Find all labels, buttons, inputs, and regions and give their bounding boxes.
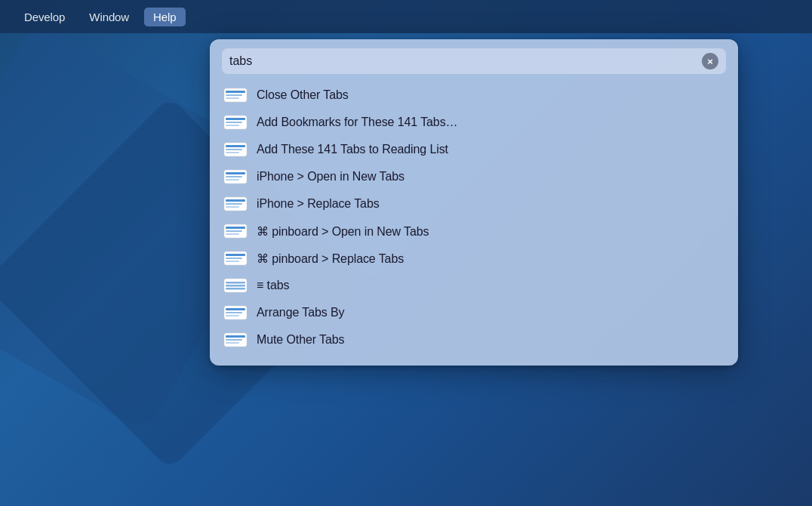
svg-rect-22 bbox=[226, 230, 242, 232]
svg-rect-34 bbox=[226, 312, 242, 313]
menubar: Develop Window Help bbox=[0, 0, 812, 33]
menu-help[interactable]: Help bbox=[144, 8, 185, 26]
result-label-4: iPhone > Replace Tabs bbox=[257, 197, 380, 211]
svg-rect-11 bbox=[226, 152, 239, 153]
svg-rect-21 bbox=[226, 227, 245, 229]
menu-icon-1 bbox=[223, 115, 248, 130]
svg-rect-27 bbox=[226, 261, 239, 262]
results-list: Close Other Tabs Add Bookmarks for These… bbox=[210, 82, 738, 353]
result-label-7: ≡ tabs bbox=[257, 279, 289, 292]
svg-rect-5 bbox=[226, 118, 245, 120]
svg-rect-30 bbox=[226, 285, 245, 287]
svg-rect-19 bbox=[226, 206, 239, 208]
menu-icon-2 bbox=[223, 142, 248, 157]
result-mute-other-tabs[interactable]: Mute Other Tabs bbox=[210, 326, 738, 353]
menu-icon-0 bbox=[223, 88, 248, 103]
svg-rect-3 bbox=[226, 97, 239, 99]
svg-rect-23 bbox=[226, 233, 239, 235]
result-label-5: ⌘ pinboard > Open in New Tabs bbox=[257, 224, 429, 239]
result-label-0: Close Other Tabs bbox=[257, 88, 349, 102]
svg-rect-25 bbox=[226, 254, 245, 256]
svg-rect-38 bbox=[226, 339, 242, 341]
help-dropdown: × Close Other Tabs bbox=[210, 39, 738, 366]
menu-icon-8 bbox=[223, 305, 248, 320]
svg-rect-18 bbox=[226, 203, 242, 205]
svg-rect-2 bbox=[226, 94, 242, 96]
svg-rect-39 bbox=[226, 342, 239, 344]
result-pinboard-open-new-tabs[interactable]: ⌘ pinboard > Open in New Tabs bbox=[210, 218, 738, 245]
svg-rect-33 bbox=[226, 308, 245, 310]
result-iphone-replace-tabs[interactable]: iPhone > Replace Tabs bbox=[210, 190, 738, 218]
result-tabs-menu[interactable]: ≡ tabs bbox=[210, 272, 738, 299]
result-label-9: Mute Other Tabs bbox=[257, 333, 344, 347]
svg-rect-17 bbox=[226, 199, 245, 202]
result-label-2: Add These 141 Tabs to Reading List bbox=[257, 143, 448, 156]
svg-rect-37 bbox=[226, 335, 245, 338]
svg-rect-14 bbox=[226, 176, 242, 177]
result-label-3: iPhone > Open in New Tabs bbox=[257, 170, 404, 184]
menu-icon-5 bbox=[223, 224, 248, 239]
result-arrange-tabs-by[interactable]: Arrange Tabs By bbox=[210, 299, 738, 326]
svg-rect-6 bbox=[226, 122, 242, 123]
result-close-other-tabs[interactable]: Close Other Tabs bbox=[210, 82, 738, 109]
svg-rect-26 bbox=[226, 258, 242, 259]
menu-icon-6 bbox=[223, 251, 248, 266]
result-label-8: Arrange Tabs By bbox=[257, 306, 345, 319]
clear-search-button[interactable]: × bbox=[702, 53, 718, 69]
menu-icon-7 bbox=[223, 278, 248, 293]
result-add-bookmarks-tabs[interactable]: Add Bookmarks for These 141 Tabs… bbox=[210, 109, 738, 136]
result-label-6: ⌘ pinboard > Replace Tabs bbox=[257, 251, 404, 266]
svg-rect-1 bbox=[226, 91, 245, 93]
svg-rect-15 bbox=[226, 179, 239, 180]
menu-icon-9 bbox=[223, 332, 248, 347]
svg-rect-35 bbox=[226, 315, 239, 316]
result-iphone-open-new-tabs[interactable]: iPhone > Open in New Tabs bbox=[210, 163, 738, 190]
search-row: × bbox=[222, 48, 726, 74]
svg-rect-13 bbox=[226, 172, 245, 174]
svg-rect-7 bbox=[226, 125, 239, 126]
menu-window[interactable]: Window bbox=[80, 8, 138, 26]
result-pinboard-replace-tabs[interactable]: ⌘ pinboard > Replace Tabs bbox=[210, 245, 738, 272]
menu-develop[interactable]: Develop bbox=[15, 8, 74, 26]
svg-rect-10 bbox=[226, 149, 242, 150]
menu-icon-3 bbox=[223, 169, 248, 184]
result-add-reading-list-tabs[interactable]: Add These 141 Tabs to Reading List bbox=[210, 136, 738, 163]
svg-rect-9 bbox=[226, 145, 245, 147]
svg-rect-29 bbox=[226, 282, 245, 284]
result-label-1: Add Bookmarks for These 141 Tabs… bbox=[257, 116, 457, 129]
search-input[interactable] bbox=[229, 54, 702, 68]
menu-icon-4 bbox=[223, 196, 248, 211]
svg-rect-31 bbox=[226, 288, 245, 290]
